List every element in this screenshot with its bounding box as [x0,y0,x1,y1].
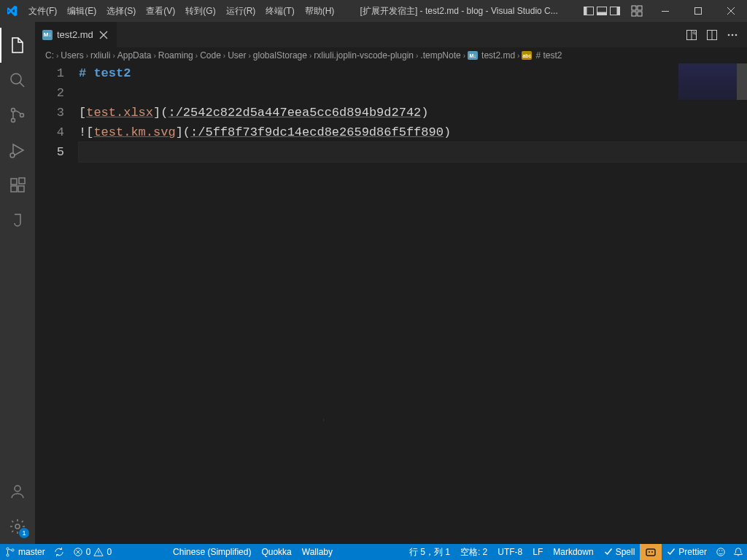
bc-seg[interactable]: Code [200,50,221,61]
bc-seg[interactable]: AppData [117,50,152,61]
activity-bar: 1 [0,22,35,544]
tab-actions [677,22,747,47]
explorer-view-icon[interactable] [0,28,35,63]
close-tab-icon[interactable] [98,29,109,41]
svg-rect-3 [597,12,607,15]
svg-point-16 [10,153,15,158]
svg-rect-8 [632,12,636,16]
menu-terminal[interactable]: 终端(T) [260,5,299,18]
status-cursor-pos[interactable]: 行 5，列 1 [404,544,455,560]
status-copilot-icon[interactable] [640,544,662,560]
status-indent[interactable]: 空格: 2 [455,544,492,560]
tab-test2-md[interactable]: M↓ test2.md [35,22,117,47]
toggle-panel-bottom-icon[interactable] [596,5,608,17]
editor-tabs: M↓ test2.md [35,22,747,47]
bc-seg[interactable]: globalStorage [253,50,307,61]
svg-rect-7 [638,6,642,10]
svg-point-34 [649,551,650,553]
source-control-view-icon[interactable] [0,98,35,133]
svg-point-30 [7,554,9,556]
split-editor-icon[interactable] [706,29,718,41]
run-debug-view-icon[interactable] [0,133,35,168]
line-gutter: 1 2 3 4 5 [35,63,79,544]
bc-seg[interactable]: test2.md [481,50,515,61]
bc-seg[interactable]: rxliuli.joplin-vscode-plugin [314,50,414,61]
menu-view[interactable]: 查看(V) [141,5,180,18]
status-sync-icon[interactable] [50,544,68,560]
svg-rect-6 [632,6,636,10]
extensions-view-icon[interactable] [0,168,35,203]
svg-rect-5 [617,7,620,15]
customize-layout-icon[interactable] [631,5,643,17]
svg-point-36 [717,548,725,556]
vertical-scrollbar[interactable] [737,63,747,544]
status-prettier[interactable]: Prettier [662,544,712,560]
tab-label: test2.md [57,29,93,40]
more-actions-icon[interactable] [727,29,738,41]
close-button[interactable] [714,0,747,22]
search-view-icon[interactable] [0,63,35,98]
status-feedback-icon[interactable] [712,544,729,560]
status-wallaby[interactable]: Wallaby [297,544,338,560]
status-git-branch[interactable]: master [0,544,50,560]
svg-point-35 [651,551,653,553]
code-editor[interactable]: 1 2 3 4 5 # test2 [test.xlsx](:/2542c822… [35,63,747,544]
svg-point-27 [732,34,734,36]
bc-seg[interactable]: User [228,50,246,61]
svg-point-22 [15,524,20,529]
preview-side-icon[interactable] [686,29,697,41]
minimize-button[interactable] [649,0,681,22]
menu-help[interactable]: 帮助(H) [300,5,340,18]
toggle-panel-left-icon[interactable] [583,5,595,17]
svg-point-21 [15,486,20,491]
bc-seg[interactable]: Roaming [158,50,193,61]
window-title: [扩展开发宿主] - test2.md - blog - Visual Stud… [339,5,578,18]
svg-point-15 [20,114,24,117]
svg-point-14 [12,119,15,122]
status-spell[interactable]: Spell [599,544,640,560]
status-quokka[interactable]: Quokka [256,544,296,560]
bc-seg[interactable]: rxliuli [90,50,110,61]
svg-rect-33 [646,549,655,556]
svg-rect-10 [662,11,669,12]
status-problems[interactable]: 0 0 [68,544,117,560]
joplin-view-icon[interactable] [0,203,35,238]
toggle-panel-right-icon[interactable] [609,5,621,17]
svg-point-28 [735,34,738,36]
status-bell-icon[interactable] [729,544,747,560]
svg-rect-18 [11,186,17,192]
status-encoding[interactable]: UTF-8 [492,544,527,560]
bc-seg[interactable]: # test2 [535,50,562,61]
menu-run[interactable]: 运行(R) [221,5,261,18]
svg-point-13 [12,109,15,112]
bc-seg[interactable]: Users [61,50,83,61]
breadcrumbs[interactable]: C:› Users› rxliuli› AppData› Roaming› Co… [35,47,747,63]
svg-point-37 [719,551,720,551]
markdown-file-icon: M↓ [42,30,53,40]
accounts-icon[interactable] [0,474,35,509]
svg-point-29 [7,548,9,550]
menu-go[interactable]: 转到(G) [180,5,220,18]
svg-rect-17 [11,179,17,184]
menu-file[interactable]: 文件(F) [23,5,62,18]
menu-edit[interactable]: 编辑(E) [62,5,101,18]
status-language[interactable]: Chinese (Simplified) [168,544,256,560]
bc-seg[interactable]: C: [45,50,54,61]
code-content[interactable]: # test2 [test.xlsx](:/2542c822d5a447eea5… [79,63,747,544]
svg-rect-1 [584,7,587,15]
settings-gear-icon[interactable]: 1 [0,509,35,544]
minimap[interactable] [678,63,737,100]
maximize-button[interactable] [681,0,714,22]
status-lang-mode[interactable]: Markdown [548,544,598,560]
titlebar: 文件(F) 编辑(E) 选择(S) 查看(V) 转到(G) 运行(R) 终端(T… [0,0,747,22]
svg-rect-9 [638,12,642,16]
bc-seg[interactable]: .tempNote [420,50,460,61]
svg-point-12 [11,74,21,84]
main-area: 1 M↓ test2.md C:› Users› rxliuli› AppD [0,22,747,544]
layout-controls [578,5,625,17]
editor-area: M↓ test2.md C:› Users› rxliuli› AppData›… [35,22,747,544]
status-eol[interactable]: LF [527,544,548,560]
menu-selection[interactable]: 选择(S) [101,5,141,18]
vscode-logo-icon [6,5,18,17]
svg-rect-20 [19,178,25,184]
